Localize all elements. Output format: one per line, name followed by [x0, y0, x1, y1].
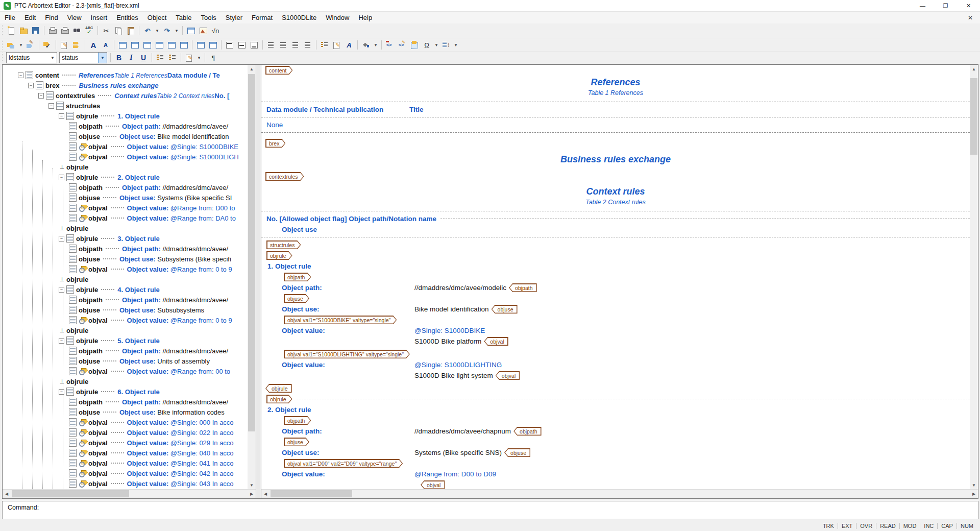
menu-find[interactable]: Find [40, 12, 62, 23]
scroll-down-icon[interactable]: ▼ [970, 481, 978, 489]
tree-node-objval[interactable]: objvalObject value: @Range from: 00 to [69, 366, 230, 376]
document-map-tree[interactable]: −contentReferencesTable 1 ReferencesData… [3, 65, 248, 489]
open-tag-objval[interactable]: objval val1="D00" val2="D09" valtype="ra… [284, 459, 403, 468]
status-indicator-inc[interactable]: INC [920, 523, 937, 529]
scroll-right-icon[interactable]: ▶ [970, 490, 978, 498]
document-close-icon[interactable]: ✕ [966, 14, 975, 21]
new-document-button[interactable] [6, 25, 17, 36]
fill-color-button[interactable] [360, 39, 372, 51]
font-increase-button[interactable]: A [88, 39, 99, 51]
menu-insert[interactable]: Insert [86, 12, 112, 23]
panel-splitter[interactable] [256, 65, 261, 498]
tree-node-objuse[interactable]: objuseObject use: Subsystems (Bike speci… [69, 254, 231, 264]
underline-button[interactable]: U [138, 52, 149, 63]
tree-node-objrule[interactable]: ⊥objrule [59, 376, 88, 387]
open-tag-objuse[interactable]: objuse [284, 294, 309, 303]
open-tag-objrule[interactable]: objrule [266, 251, 292, 260]
collapse-icon[interactable]: − [59, 236, 64, 242]
open-tag-objval[interactable]: objval val1="S1000DBIKE" valtype="single… [284, 316, 397, 324]
close-tag-objpath[interactable]: objpath [509, 283, 536, 292]
chevron-down-icon[interactable]: ▼ [48, 53, 57, 63]
tree-node-objpath[interactable]: objpathObject path: //dmaddres/dmc/avee/ [69, 244, 228, 254]
indent-dropdown[interactable]: ▾ [196, 52, 202, 63]
quick-tag-button[interactable] [25, 39, 36, 51]
tree-vertical-scrollbar[interactable]: ▲ ▼ [248, 65, 256, 489]
edit-element-button[interactable] [397, 39, 408, 51]
menu-file[interactable]: File [0, 12, 20, 23]
tree-node-objval[interactable]: objvalObject value: @Range from: 0 to 9 [69, 264, 232, 274]
tree-node-objuse[interactable]: objuseObject use: Systems (Bike specific… [69, 192, 232, 203]
undo-button[interactable]: ↶ [142, 25, 153, 36]
menu-table[interactable]: Table [171, 12, 196, 23]
chevron-down-icon[interactable]: ▼ [98, 53, 107, 63]
open-tag-structrules[interactable]: structrules [266, 240, 301, 249]
close-tag-objval[interactable]: objval [484, 337, 508, 346]
tree-node-objuse[interactable]: objuseObject use: Units of assembly [69, 356, 210, 366]
tree-node-structrules[interactable]: −structrules [48, 101, 100, 111]
tree-node-objuse[interactable]: objuseObject use: Subsubsystems [69, 305, 204, 315]
frame-bottom-button[interactable] [249, 39, 260, 51]
tree-node-objpath[interactable]: objpathObject path: //dmaddres/dmc/avee/ [69, 295, 228, 305]
open-tag-content[interactable]: content [265, 66, 292, 75]
align-right-button[interactable] [290, 39, 301, 51]
find-button[interactable] [71, 25, 83, 36]
menu-tools[interactable]: Tools [196, 12, 220, 23]
line-spacing-dropdown[interactable]: ▾ [453, 39, 459, 51]
delete-row-button[interactable] [166, 39, 177, 51]
insert-table-button[interactable] [185, 25, 197, 36]
menu-styler[interactable]: Styler [221, 12, 247, 23]
toolbar-grip[interactable] [1, 40, 4, 51]
tree-node-objuse[interactable]: objuseObject use: Bike model identificat… [69, 131, 229, 141]
style-combo[interactable]: idstatus ▼ [6, 52, 57, 63]
paste-button[interactable] [125, 25, 136, 36]
insert-column-left-button[interactable] [141, 39, 153, 51]
copy-format-button[interactable] [331, 39, 342, 51]
collapse-icon[interactable]: − [59, 287, 64, 293]
close-tag-objuse[interactable]: objuse [504, 448, 530, 457]
menu-entities[interactable]: Entities [112, 12, 143, 23]
menu-help[interactable]: Help [354, 12, 377, 23]
split-cell-horizontal-button[interactable] [195, 39, 206, 51]
completeness-check-button[interactable] [42, 39, 53, 51]
insert-equation-button[interactable]: √n [210, 25, 221, 36]
collapse-icon[interactable]: − [18, 73, 23, 78]
insert-markup-button[interactable] [6, 39, 17, 51]
italic-button[interactable]: I [126, 52, 137, 63]
toolbar-grip[interactable] [1, 25, 4, 36]
tree-node-objrule[interactable]: −objrule1. Object rule [59, 111, 160, 121]
tree-node-content[interactable]: −contentReferencesTable 1 ReferencesData… [18, 70, 220, 80]
tree-node-objpath[interactable]: objpathObject path: //dmaddres/dmc/avee/ [69, 182, 228, 192]
scroll-up-icon[interactable]: ▲ [248, 65, 256, 73]
collapse-icon[interactable]: − [59, 175, 64, 180]
collapse-icon[interactable]: − [48, 103, 54, 109]
bold-button[interactable]: B [113, 52, 125, 63]
tree-horizontal-scrollbar[interactable]: ◀ ▶ [3, 489, 256, 498]
indent-button[interactable] [184, 52, 195, 63]
special-character-button[interactable]: Ω [421, 39, 432, 51]
show-tags-button[interactable] [71, 39, 82, 51]
scroll-down-icon[interactable]: ▼ [248, 481, 256, 489]
doc-horizontal-scrollbar[interactable]: ◀ ▶ [261, 489, 978, 498]
scroll-left-icon[interactable]: ◀ [261, 490, 270, 498]
tree-node-objpath[interactable]: objpathObject path: //dmaddres/dmc/avee/ [69, 121, 228, 131]
print-preview-button[interactable] [59, 25, 70, 36]
numbered-list-button[interactable] [155, 52, 166, 63]
scrollbar-thumb[interactable] [970, 78, 977, 155]
insert-row-below-button[interactable] [129, 39, 140, 51]
status-indicator-ovr[interactable]: OVR [856, 523, 876, 529]
tree-node-objrule[interactable]: −objrule5. Object rule [59, 335, 160, 346]
command-panel[interactable]: Command: [2, 501, 978, 519]
edit-attributes-button[interactable] [59, 39, 70, 51]
status-indicator-mod[interactable]: MOD [900, 523, 920, 529]
tree-node-objrule[interactable]: ⊥objrule [59, 223, 88, 233]
spell-check-button[interactable] [84, 25, 95, 36]
tree-node-objpath[interactable]: objpathObject path: //dmaddres/dmc/avee/ [69, 397, 228, 407]
delete-column-button[interactable] [178, 39, 189, 51]
collapse-icon[interactable]: − [38, 93, 44, 99]
scroll-right-icon[interactable]: ▶ [248, 490, 256, 498]
split-cell-vertical-button[interactable] [207, 39, 218, 51]
toolbar-grip[interactable] [1, 53, 4, 62]
tree-node-objpath[interactable]: objpathObject path: //dmaddres/dmc/avee/ [69, 346, 228, 356]
open-tag-brex[interactable]: brex [265, 139, 285, 148]
tree-node-objval[interactable]: objvalObject value: @Single: S1000DBIKE [69, 141, 238, 152]
